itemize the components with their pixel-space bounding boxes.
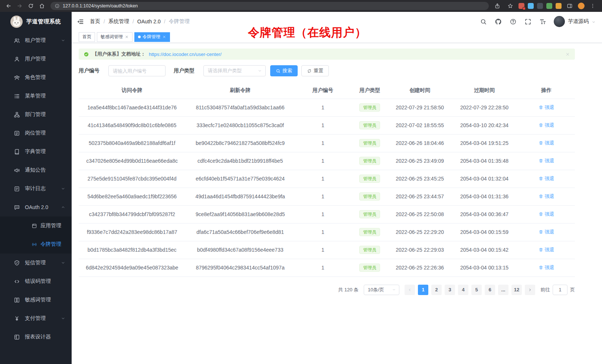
breadcrumb-item[interactable]: 首页	[90, 18, 100, 25]
force-logout-link[interactable]: 强退	[539, 104, 554, 111]
breadcrumb-item[interactable]: 系统管理	[108, 18, 129, 25]
url-bar[interactable]: 127.0.0.1:1024/system/oauth2/token	[50, 2, 489, 10]
user-name: 芋道源码	[568, 18, 589, 25]
sidebar-item[interactable]: 部门管理	[0, 105, 72, 124]
extension-blue-icon[interactable]	[528, 3, 534, 9]
refresh-token-cell: 333ecfc71e02480cb11055c875c3ca0f	[185, 116, 295, 134]
search-icon[interactable]	[480, 18, 487, 25]
page-size-select[interactable]: 10条/页	[364, 285, 399, 295]
sidebar-item[interactable]: 用户管理	[0, 50, 72, 68]
table-row: 41c41346a548490f9dc8b01c6bfe0865333ecfc7…	[79, 116, 575, 134]
user-type-placeholder: 请选择用户类型	[208, 67, 242, 74]
search-button[interactable]: 搜索	[270, 65, 298, 76]
refresh-token-cell: 8796295f04064c2983414cc54af1097a	[185, 259, 295, 277]
force-logout-link[interactable]: 强退	[539, 211, 554, 218]
extension-red-icon[interactable]	[518, 3, 524, 9]
fullscreen-icon[interactable]	[524, 18, 531, 25]
sidebar-item[interactable]: 支付管理	[0, 309, 72, 328]
alert-close-icon[interactable]	[565, 52, 570, 57]
extension-dark-icon[interactable]	[537, 3, 543, 9]
next-page-button[interactable]	[525, 285, 535, 295]
reset-button[interactable]: 重置	[301, 65, 329, 76]
sidebar-item[interactable]: 短信管理	[0, 254, 72, 272]
app-logo[interactable]: 芋道管理系统	[0, 12, 72, 31]
github-icon[interactable]	[495, 18, 502, 25]
sidebar-item[interactable]: 角色管理	[0, 68, 72, 87]
expire-time-cell: 2054-03-04 19:51:25	[451, 134, 518, 152]
font-size-icon[interactable]	[539, 18, 546, 25]
sidebar-subitem[interactable]: 应用管理	[0, 216, 72, 235]
sidebar-toggle-icon[interactable]	[76, 18, 84, 26]
force-logout-link[interactable]: 强退	[539, 158, 554, 164]
column-header: 用户编号	[295, 82, 351, 99]
extension-green-icon[interactable]	[546, 3, 552, 9]
forward-icon[interactable]	[15, 1, 24, 11]
sidebar-item-label: 部门管理	[25, 111, 46, 118]
page-number-button[interactable]: 1	[418, 285, 428, 295]
annotation-text: 令牌管理（在线用户）	[248, 25, 367, 40]
site-info-icon[interactable]	[55, 3, 60, 9]
doc-link[interactable]: https://doc.iocoder.cn/user-center/	[149, 52, 222, 57]
active-tab-dot	[138, 36, 141, 38]
page-number-button[interactable]: 12	[511, 285, 522, 295]
sidebar-item[interactable]: 租户管理	[0, 31, 72, 50]
sidebar-item[interactable]: 敏感词管理	[0, 291, 72, 309]
tab[interactable]: 令牌管理	[134, 32, 170, 42]
extension-orange-icon[interactable]	[556, 3, 562, 9]
docs-help-icon[interactable]	[510, 18, 517, 25]
force-logout-link[interactable]: 强退	[539, 229, 554, 235]
sidebar-item-label: 审计日志	[25, 185, 46, 192]
table-row: 6d842e2924594de9a09e45e087323abe8796295f…	[79, 259, 575, 277]
bookmark-star-icon[interactable]	[506, 1, 515, 11]
sidebar-item[interactable]: 岗位管理	[0, 124, 72, 142]
sidebar-item[interactable]: 报表设计器	[0, 328, 72, 346]
user-menu[interactable]: 芋道源码	[554, 16, 596, 27]
tab-close-icon[interactable]	[162, 35, 166, 39]
force-logout-link[interactable]: 强退	[539, 122, 554, 129]
sidebar-item[interactable]: OAuth 2.0	[0, 198, 72, 216]
role-icon	[14, 75, 20, 81]
page-number-button[interactable]: 5	[471, 285, 482, 295]
breadcrumb-item[interactable]: OAuth 2.0	[137, 19, 161, 24]
force-logout-link[interactable]: 强退	[539, 140, 554, 146]
goto-page-input[interactable]	[553, 285, 567, 295]
user-type-tag: 管理员	[359, 192, 380, 201]
share-icon[interactable]	[493, 1, 502, 11]
user-id-input[interactable]	[108, 65, 166, 76]
browser-chrome: 127.0.0.1:1024/system/oauth2/token	[0, 0, 602, 12]
refresh-icon	[307, 69, 312, 73]
user-type-cell: 管理员	[351, 188, 389, 205]
back-icon[interactable]	[4, 1, 13, 11]
user-id-cell: 1	[295, 116, 351, 134]
refresh-token-cell: be90422b8c7946218275a508bf524fc9	[185, 134, 295, 152]
page-number-button[interactable]: 2	[431, 285, 442, 295]
force-logout-link[interactable]: 强退	[539, 193, 554, 200]
search-icon	[276, 69, 281, 73]
app-window: 芋道管理系统 租户管理用户管理角色管理菜单管理部门管理岗位管理字典管理通知公告审…	[0, 12, 602, 364]
home-icon[interactable]	[37, 1, 47, 11]
tab-close-icon[interactable]	[125, 35, 129, 39]
sidebar-item[interactable]: 审计日志	[0, 179, 72, 198]
sidebar-item[interactable]: 通知公告	[0, 161, 72, 179]
sidebar-item[interactable]: 菜单管理	[0, 87, 72, 105]
page-number-button[interactable]: 3	[445, 285, 455, 295]
tab[interactable]: 敏感词管理	[97, 32, 132, 42]
prev-page-button[interactable]	[405, 285, 415, 295]
force-logout-link[interactable]: 强退	[539, 246, 554, 253]
chevron-up-icon	[61, 205, 65, 209]
page-number-button[interactable]: 6	[485, 285, 495, 295]
user-type-select[interactable]: 请选择用户类型	[203, 65, 266, 76]
sidebar-subitem[interactable]: 令牌管理	[0, 235, 72, 254]
breadcrumb-item[interactable]: 令牌管理	[169, 18, 190, 25]
page-number-button[interactable]: ...	[498, 285, 508, 295]
sidebar-item[interactable]: 错误码管理	[0, 272, 72, 291]
profile-avatar-icon[interactable]	[578, 3, 585, 9]
sidebar-item[interactable]: 字典管理	[0, 142, 72, 161]
force-logout-link[interactable]: 强退	[539, 175, 554, 182]
page-number-button[interactable]: 4	[458, 285, 468, 295]
reload-icon[interactable]	[26, 1, 36, 11]
tab[interactable]: 首页	[79, 32, 95, 42]
sidebar-panel-icon[interactable]	[565, 1, 575, 11]
browser-menu-icon[interactable]	[588, 1, 598, 11]
force-logout-link[interactable]: 强退	[539, 264, 554, 271]
